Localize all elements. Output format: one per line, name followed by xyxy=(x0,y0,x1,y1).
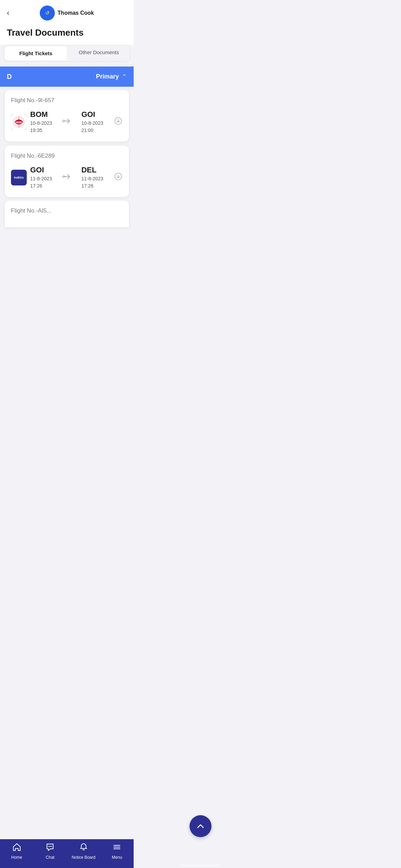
to-airport-2: DEL 11-8-2023 17:26 xyxy=(81,166,103,190)
from-datetime-2: 11-8-2023 17:26 xyxy=(30,175,52,190)
plane-icon-1 xyxy=(61,117,72,127)
tab-flight-tickets[interactable]: Flight Tickets xyxy=(5,46,67,60)
flight-number-1: Flight No.-9I-657 xyxy=(11,97,123,104)
from-airport-2: GOI 11-8-2023 17:26 xyxy=(30,166,52,190)
flight-route-1: BOM 10-8-2023 19:35 GOI xyxy=(11,110,123,134)
cards-container: Flight No.-9I-657 BOM xyxy=(0,87,134,201)
partial-flight-card: Flight No.-AI5... xyxy=(5,201,129,227)
flight-number-2: Flight No.-6E289 xyxy=(11,153,123,159)
route-info-1: BOM 10-8-2023 19:35 GOI xyxy=(30,110,123,134)
to-datetime-1: 10-8-2023 21:00 xyxy=(81,120,103,134)
partial-flight-number: Flight No.-AI5... xyxy=(11,207,123,214)
flight-card-2: Flight No.-6E289 IndiGo GOI 11-8-2023 17… xyxy=(5,146,129,197)
from-code-2: GOI xyxy=(30,166,52,174)
plane-icon-2 xyxy=(61,173,72,182)
from-airport-1: BOM 10-8-2023 19:35 xyxy=(30,110,52,134)
section-initial: D xyxy=(7,73,12,81)
logo-container: ↺ Thomas Cook xyxy=(40,5,94,21)
logo-text: Thomas Cook xyxy=(58,10,94,16)
to-datetime-2: 11-8-2023 17:26 xyxy=(81,175,103,190)
page-title: Travel Documents xyxy=(7,27,127,38)
download-icon-2[interactable] xyxy=(114,172,123,183)
to-code-2: DEL xyxy=(81,166,103,174)
section-label-container: Primary ⌃ xyxy=(96,73,127,81)
tab-bar: Flight Tickets Other Documents xyxy=(3,45,130,62)
to-code-1: GOI xyxy=(81,110,103,119)
header: ‹ ↺ Thomas Cook xyxy=(0,0,134,25)
to-airport-1: GOI 10-8-2023 21:00 xyxy=(81,110,103,134)
from-datetime-1: 10-8-2023 19:35 xyxy=(30,120,52,134)
section-label: Primary xyxy=(96,73,119,80)
route-info-2: GOI 11-8-2023 17:26 DEL xyxy=(30,166,123,190)
airline-logo-1 xyxy=(11,114,27,130)
flight-route-2: IndiGo GOI 11-8-2023 17:26 xyxy=(11,166,123,190)
back-button[interactable]: ‹ xyxy=(7,9,9,17)
logo-icon: ↺ xyxy=(40,5,55,21)
page-title-area: Travel Documents xyxy=(0,25,134,45)
flight-card-1: Flight No.-9I-657 BOM xyxy=(5,90,129,142)
airline-logo-2: IndiGo xyxy=(11,170,27,185)
download-icon-1[interactable] xyxy=(114,117,123,128)
from-code-1: BOM xyxy=(30,110,52,119)
chevron-up-icon: ⌃ xyxy=(122,73,127,81)
svg-text:↺: ↺ xyxy=(45,10,49,16)
section-header[interactable]: D Primary ⌃ xyxy=(0,67,134,87)
tab-other-documents[interactable]: Other Documents xyxy=(68,45,130,61)
